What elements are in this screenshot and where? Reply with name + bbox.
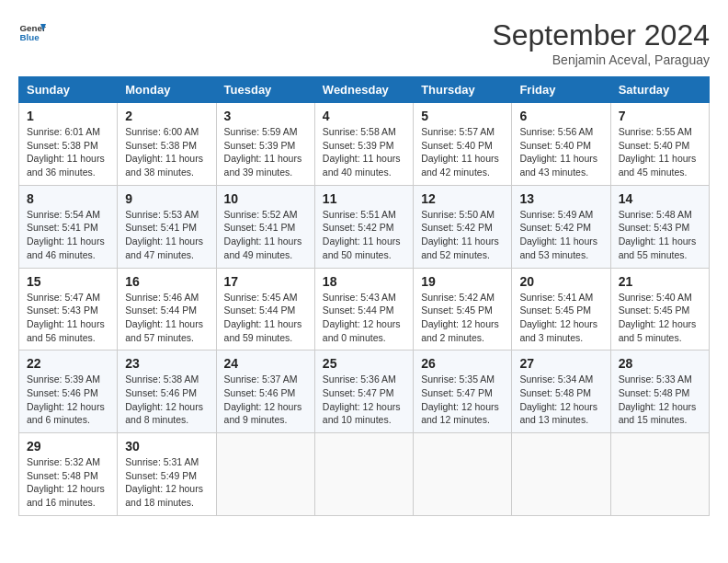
weekday-header-saturday: Saturday (610, 77, 709, 103)
calendar-cell (314, 433, 413, 516)
day-info: Sunrise: 5:33 AMSunset: 5:48 PMDaylight:… (619, 373, 701, 427)
day-number: 9 (125, 191, 208, 206)
day-info: Sunrise: 5:38 AMSunset: 5:46 PMDaylight:… (125, 373, 208, 427)
calendar-cell: 20Sunrise: 5:41 AMSunset: 5:45 PMDayligh… (512, 268, 610, 350)
calendar-week-3: 15Sunrise: 5:47 AMSunset: 5:43 PMDayligh… (19, 268, 710, 350)
day-number: 22 (27, 356, 109, 371)
calendar-cell: 29Sunrise: 5:32 AMSunset: 5:48 PMDayligh… (19, 433, 118, 516)
weekday-header-sunday: Sunday (19, 77, 118, 103)
day-info: Sunrise: 5:55 AMSunset: 5:40 PMDaylight:… (619, 125, 701, 179)
calendar-cell: 22Sunrise: 5:39 AMSunset: 5:46 PMDayligh… (19, 350, 118, 433)
calendar-body: 1Sunrise: 6:01 AMSunset: 5:38 PMDaylight… (19, 103, 710, 516)
day-number: 23 (125, 356, 208, 371)
day-number: 3 (224, 109, 307, 123)
day-number: 14 (619, 191, 701, 206)
calendar-cell: 9Sunrise: 5:53 AMSunset: 5:41 PMDaylight… (118, 185, 216, 268)
day-number: 5 (421, 109, 504, 123)
calendar-week-2: 8Sunrise: 5:54 AMSunset: 5:41 PMDaylight… (19, 185, 710, 268)
day-info: Sunrise: 5:43 AMSunset: 5:44 PMDaylight:… (323, 291, 405, 345)
day-number: 11 (323, 191, 405, 206)
day-number: 7 (619, 109, 701, 123)
day-info: Sunrise: 5:56 AMSunset: 5:40 PMDaylight:… (519, 125, 602, 179)
day-number: 1 (27, 109, 109, 123)
calendar-cell: 11Sunrise: 5:51 AMSunset: 5:42 PMDayligh… (314, 185, 413, 268)
day-number: 18 (323, 274, 405, 289)
month-title: September 2024 (492, 18, 710, 52)
weekday-header-monday: Monday (118, 77, 216, 103)
day-info: Sunrise: 5:34 AMSunset: 5:48 PMDaylight:… (519, 373, 602, 427)
day-number: 26 (421, 356, 504, 371)
day-number: 13 (519, 191, 602, 206)
calendar-table: SundayMondayTuesdayWednesdayThursdayFrid… (18, 76, 710, 516)
weekday-header-tuesday: Tuesday (216, 77, 314, 103)
day-number: 30 (125, 439, 208, 454)
weekday-header-friday: Friday (512, 77, 610, 103)
calendar-cell: 7Sunrise: 5:55 AMSunset: 5:40 PMDaylight… (610, 103, 709, 186)
day-number: 17 (224, 274, 307, 289)
day-info: Sunrise: 5:32 AMSunset: 5:48 PMDaylight:… (27, 455, 109, 510)
day-info: Sunrise: 5:54 AMSunset: 5:41 PMDaylight:… (27, 208, 109, 262)
calendar-cell: 3Sunrise: 5:59 AMSunset: 5:39 PMDaylight… (216, 103, 314, 186)
day-info: Sunrise: 5:47 AMSunset: 5:43 PMDaylight:… (27, 291, 109, 345)
day-info: Sunrise: 5:50 AMSunset: 5:42 PMDaylight:… (421, 208, 504, 262)
day-info: Sunrise: 6:00 AMSunset: 5:38 PMDaylight:… (125, 125, 208, 179)
calendar-week-1: 1Sunrise: 6:01 AMSunset: 5:38 PMDaylight… (19, 103, 710, 186)
day-info: Sunrise: 5:31 AMSunset: 5:49 PMDaylight:… (125, 455, 208, 510)
day-info: Sunrise: 5:35 AMSunset: 5:47 PMDaylight:… (421, 373, 504, 427)
calendar-cell: 2Sunrise: 6:00 AMSunset: 5:38 PMDaylight… (118, 103, 216, 186)
logo: General Blue (18, 18, 46, 46)
day-info: Sunrise: 5:57 AMSunset: 5:40 PMDaylight:… (421, 125, 504, 179)
calendar-cell (216, 433, 314, 516)
day-info: Sunrise: 5:41 AMSunset: 5:45 PMDaylight:… (519, 291, 602, 345)
day-info: Sunrise: 5:48 AMSunset: 5:43 PMDaylight:… (619, 208, 701, 262)
day-info: Sunrise: 5:37 AMSunset: 5:46 PMDaylight:… (224, 373, 307, 427)
day-info: Sunrise: 5:51 AMSunset: 5:42 PMDaylight:… (323, 208, 405, 262)
logo-icon: General Blue (18, 18, 46, 46)
calendar-cell: 14Sunrise: 5:48 AMSunset: 5:43 PMDayligh… (610, 185, 709, 268)
calendar-cell: 1Sunrise: 6:01 AMSunset: 5:38 PMDaylight… (19, 103, 118, 186)
day-number: 28 (619, 356, 701, 371)
calendar-cell: 17Sunrise: 5:45 AMSunset: 5:44 PMDayligh… (216, 268, 314, 350)
day-info: Sunrise: 5:59 AMSunset: 5:39 PMDaylight:… (224, 125, 307, 179)
day-info: Sunrise: 5:42 AMSunset: 5:45 PMDaylight:… (421, 291, 504, 345)
day-number: 21 (619, 274, 701, 289)
day-info: Sunrise: 5:45 AMSunset: 5:44 PMDaylight:… (224, 291, 307, 345)
calendar-cell: 25Sunrise: 5:36 AMSunset: 5:47 PMDayligh… (314, 350, 413, 433)
calendar-cell: 30Sunrise: 5:31 AMSunset: 5:49 PMDayligh… (118, 433, 216, 516)
day-number: 19 (421, 274, 504, 289)
day-info: Sunrise: 5:46 AMSunset: 5:44 PMDaylight:… (125, 291, 208, 345)
day-number: 8 (27, 191, 109, 206)
day-number: 24 (224, 356, 307, 371)
calendar-cell: 4Sunrise: 5:58 AMSunset: 5:39 PMDaylight… (314, 103, 413, 186)
day-number: 2 (125, 109, 208, 123)
day-info: Sunrise: 5:36 AMSunset: 5:47 PMDaylight:… (323, 373, 405, 427)
day-number: 27 (519, 356, 602, 371)
day-info: Sunrise: 5:52 AMSunset: 5:41 PMDaylight:… (224, 208, 307, 262)
weekday-header-wednesday: Wednesday (314, 77, 413, 103)
svg-text:Blue: Blue (20, 32, 40, 42)
calendar-cell: 21Sunrise: 5:40 AMSunset: 5:45 PMDayligh… (610, 268, 709, 350)
calendar-cell: 12Sunrise: 5:50 AMSunset: 5:42 PMDayligh… (414, 185, 512, 268)
day-number: 10 (224, 191, 307, 206)
day-number: 6 (519, 109, 602, 123)
calendar-cell: 27Sunrise: 5:34 AMSunset: 5:48 PMDayligh… (512, 350, 610, 433)
calendar-cell: 15Sunrise: 5:47 AMSunset: 5:43 PMDayligh… (19, 268, 118, 350)
calendar-cell: 13Sunrise: 5:49 AMSunset: 5:42 PMDayligh… (512, 185, 610, 268)
day-info: Sunrise: 5:58 AMSunset: 5:39 PMDaylight:… (323, 125, 405, 179)
calendar-cell: 26Sunrise: 5:35 AMSunset: 5:47 PMDayligh… (414, 350, 512, 433)
day-info: Sunrise: 6:01 AMSunset: 5:38 PMDaylight:… (27, 125, 109, 179)
calendar-cell: 19Sunrise: 5:42 AMSunset: 5:45 PMDayligh… (414, 268, 512, 350)
day-info: Sunrise: 5:39 AMSunset: 5:46 PMDaylight:… (27, 373, 109, 427)
calendar-cell: 18Sunrise: 5:43 AMSunset: 5:44 PMDayligh… (314, 268, 413, 350)
day-number: 25 (323, 356, 405, 371)
calendar-cell: 24Sunrise: 5:37 AMSunset: 5:46 PMDayligh… (216, 350, 314, 433)
calendar-week-5: 29Sunrise: 5:32 AMSunset: 5:48 PMDayligh… (19, 433, 710, 516)
calendar-cell: 5Sunrise: 5:57 AMSunset: 5:40 PMDaylight… (414, 103, 512, 186)
day-number: 20 (519, 274, 602, 289)
day-info: Sunrise: 5:53 AMSunset: 5:41 PMDaylight:… (125, 208, 208, 262)
day-number: 29 (27, 439, 109, 454)
calendar-cell (414, 433, 512, 516)
title-block: September 2024 Benjamin Aceval, Paraguay (492, 18, 710, 67)
day-number: 4 (323, 109, 405, 123)
location-subtitle: Benjamin Aceval, Paraguay (492, 52, 710, 67)
